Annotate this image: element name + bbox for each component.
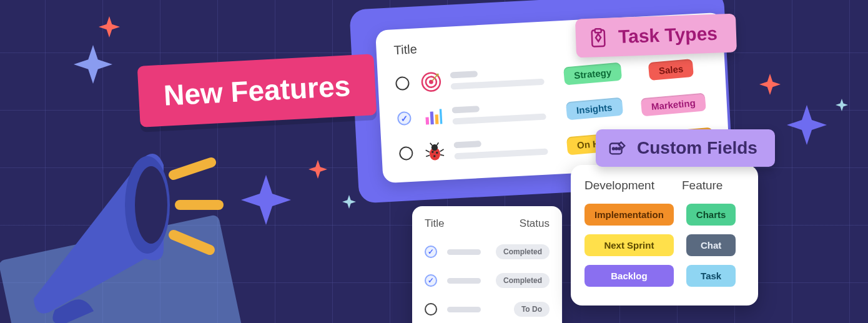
headline-banner: New Features: [137, 54, 377, 127]
column-header-title: Title: [393, 42, 417, 57]
custom-fields-col-feature: Charts Chat Task: [686, 204, 736, 287]
svg-rect-11: [440, 109, 443, 124]
placeholder-text: [447, 307, 481, 312]
svg-rect-8: [425, 117, 429, 124]
edit-field-icon: [608, 139, 627, 157]
table-row: ✓ Completed: [425, 237, 550, 266]
svg-rect-9: [430, 112, 434, 125]
column-header-feature: Feature: [682, 179, 723, 192]
field-pill[interactable]: Implementation: [584, 204, 674, 226]
tag-custom-fields: Custom Fields: [596, 129, 775, 167]
bar-chart-icon: [422, 106, 444, 128]
svg-point-21: [616, 147, 618, 149]
table-row: To Do: [425, 295, 550, 323]
hero-illustration: Title Status Strategy Sales ✓: [0, 0, 868, 323]
checkbox[interactable]: [395, 76, 410, 91]
svg-line-0: [174, 162, 211, 175]
svg-line-2: [174, 235, 210, 250]
placeholder-text: [450, 67, 557, 90]
status-badge: Completed: [496, 273, 550, 288]
checkbox[interactable]: [399, 146, 413, 161]
checkbox[interactable]: [425, 303, 437, 316]
custom-fields-col-development: Implementation Next Sprint Backlog: [584, 204, 674, 287]
svg-point-20: [613, 147, 614, 149]
headline-text: New Features: [163, 69, 351, 112]
status-badge: Completed: [496, 244, 550, 259]
sparkle-icon: [342, 195, 356, 209]
field-pill[interactable]: Backlog: [584, 265, 674, 287]
svg-point-22: [618, 147, 620, 149]
column-header-title: Title: [425, 217, 445, 230]
status-card: Title Status ✓ Completed ✓ Completed To …: [412, 206, 562, 323]
tag-label: Task Types: [618, 23, 718, 48]
svg-rect-10: [435, 114, 439, 124]
custom-fields-card: Development Feature Implementation Next …: [571, 165, 758, 306]
sparkle-icon: [74, 45, 112, 84]
tag-pill[interactable]: Sales: [648, 58, 694, 80]
column-header-development: Development: [584, 179, 654, 192]
target-icon: [420, 71, 443, 93]
tag-pill[interactable]: Insights: [566, 97, 623, 120]
sparkle-icon: [308, 160, 327, 179]
sparkle-icon: [836, 99, 848, 111]
field-pill[interactable]: Charts: [686, 204, 736, 226]
checkbox[interactable]: ✓: [397, 111, 412, 126]
sparkle-icon: [99, 16, 120, 37]
svg-rect-18: [595, 29, 601, 32]
megaphone-icon: [11, 131, 224, 323]
table-row: ✓ Completed: [425, 266, 550, 295]
field-pill[interactable]: Chat: [686, 234, 736, 256]
placeholder-text: [453, 136, 560, 159]
tag-task-types: Task Types: [575, 14, 737, 58]
tag-pill[interactable]: Marketing: [640, 92, 706, 116]
sparkle-icon: [241, 175, 291, 225]
checkbox[interactable]: ✓: [425, 246, 437, 258]
column-header-status: Status: [520, 217, 550, 230]
bug-icon: [423, 141, 446, 163]
placeholder-text: [447, 249, 481, 255]
clipboard-icon: [588, 27, 609, 48]
placeholder-text: [447, 278, 481, 284]
tag-label: Custom Fields: [637, 138, 757, 158]
checkbox[interactable]: ✓: [425, 274, 437, 287]
status-badge: To Do: [514, 302, 550, 317]
sparkle-icon: [759, 74, 781, 95]
placeholder-text: [452, 102, 559, 125]
field-pill[interactable]: Task: [686, 265, 736, 287]
field-pill[interactable]: Next Sprint: [584, 234, 674, 256]
tag-pill[interactable]: Strategy: [563, 62, 622, 85]
sparkle-icon: [787, 105, 827, 145]
svg-point-4: [135, 166, 167, 244]
